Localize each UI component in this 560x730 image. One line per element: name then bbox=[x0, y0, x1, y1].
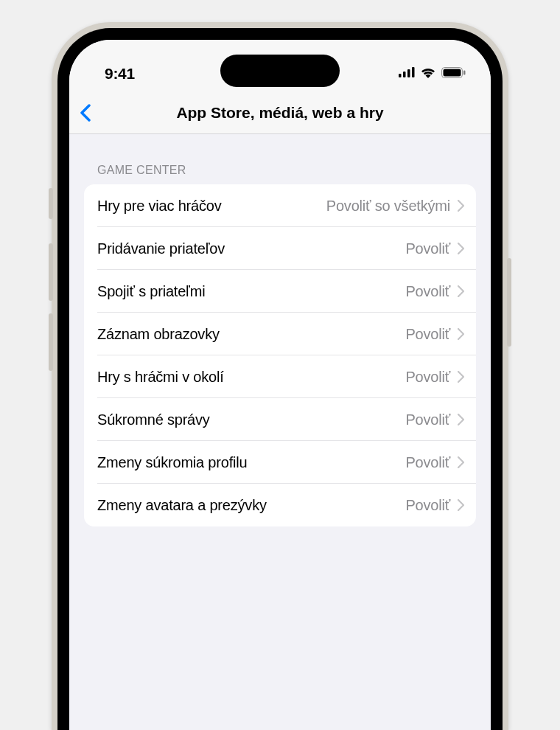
row-label: Zmeny súkromia profilu bbox=[97, 454, 405, 471]
chevron-right-icon bbox=[458, 200, 464, 212]
row-value: Povoliť so všetkými bbox=[326, 198, 450, 215]
chevron-right-icon bbox=[458, 328, 464, 340]
battery-icon bbox=[441, 67, 466, 81]
row-private-messages[interactable]: Súkromné správy Povoliť bbox=[84, 398, 476, 441]
row-value: Povoliť bbox=[405, 497, 450, 514]
row-label: Zmeny avatara a prezývky bbox=[97, 497, 405, 514]
row-profile-privacy[interactable]: Zmeny súkromia profilu Povoliť bbox=[84, 441, 476, 484]
side-button bbox=[49, 313, 53, 371]
chevron-right-icon bbox=[458, 456, 464, 468]
row-value: Povoliť bbox=[405, 369, 450, 386]
phone-frame: 9:41 bbox=[52, 22, 508, 730]
wifi-icon bbox=[420, 66, 436, 81]
dynamic-island bbox=[220, 55, 340, 87]
row-nearby-players[interactable]: Hry s hráčmi v okolí Povoliť bbox=[84, 355, 476, 398]
side-button bbox=[49, 188, 53, 219]
chevron-right-icon bbox=[458, 243, 464, 254]
side-button bbox=[507, 258, 511, 347]
svg-rect-1 bbox=[403, 72, 406, 77]
status-icons bbox=[399, 66, 466, 81]
nav-bar: App Store, médiá, web a hry bbox=[69, 91, 491, 134]
row-label: Spojiť s priateľmi bbox=[97, 283, 405, 300]
row-label: Pridávanie priateľov bbox=[97, 240, 405, 257]
section-header: GAME CENTER bbox=[84, 134, 476, 184]
cellular-icon bbox=[399, 67, 415, 80]
row-value: Povoliť bbox=[405, 411, 450, 428]
row-adding-friends[interactable]: Pridávanie priateľov Povoliť bbox=[84, 227, 476, 270]
chevron-right-icon bbox=[458, 414, 464, 425]
settings-group: Hry pre viac hráčov Povoliť so všetkými … bbox=[84, 184, 476, 526]
chevron-left-icon bbox=[80, 104, 91, 122]
back-button[interactable] bbox=[80, 104, 102, 122]
svg-rect-5 bbox=[444, 69, 461, 76]
row-value: Povoliť bbox=[405, 454, 450, 471]
svg-rect-3 bbox=[412, 67, 415, 77]
row-value: Povoliť bbox=[405, 240, 450, 257]
row-avatar-nickname[interactable]: Zmeny avatara a prezývky Povoliť bbox=[84, 484, 476, 526]
row-value: Povoliť bbox=[405, 326, 450, 343]
row-value: Povoliť bbox=[405, 283, 450, 300]
content: GAME CENTER Hry pre viac hráčov Povoliť … bbox=[69, 134, 491, 526]
screen: 9:41 bbox=[69, 40, 491, 730]
chevron-right-icon bbox=[458, 371, 464, 383]
row-label: Záznam obrazovky bbox=[97, 326, 405, 343]
svg-rect-2 bbox=[407, 69, 410, 77]
row-multiplayer-games[interactable]: Hry pre viac hráčov Povoliť so všetkými bbox=[84, 184, 476, 227]
chevron-right-icon bbox=[458, 499, 464, 511]
row-label: Súkromné správy bbox=[97, 411, 405, 428]
row-label: Hry s hráčmi v okolí bbox=[97, 369, 405, 386]
row-screen-recording[interactable]: Záznam obrazovky Povoliť bbox=[84, 313, 476, 355]
svg-rect-0 bbox=[399, 74, 402, 77]
svg-rect-6 bbox=[463, 70, 466, 74]
row-connect-friends[interactable]: Spojiť s priateľmi Povoliť bbox=[84, 270, 476, 313]
side-button bbox=[49, 243, 53, 301]
status-time: 9:41 bbox=[105, 65, 135, 83]
chevron-right-icon bbox=[458, 285, 464, 297]
nav-title: App Store, médiá, web a hry bbox=[69, 104, 491, 122]
row-label: Hry pre viac hráčov bbox=[97, 198, 326, 215]
